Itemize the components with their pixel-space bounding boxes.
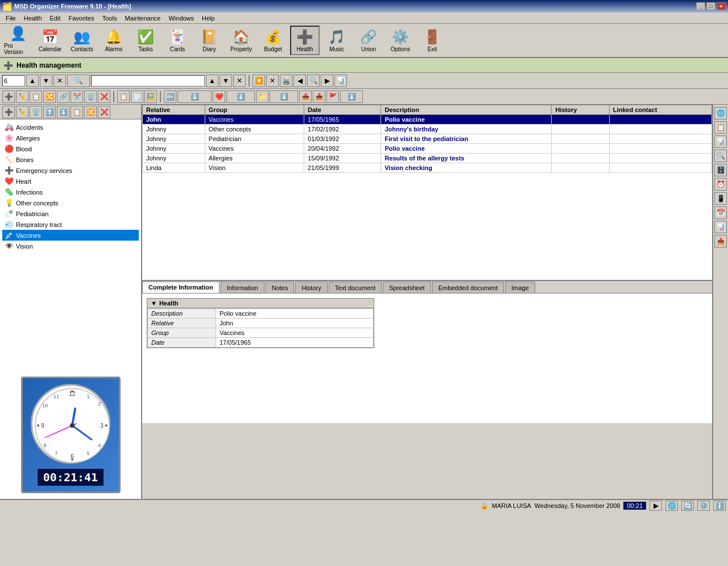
nav-find-btn[interactable]: 🔍	[307, 75, 320, 87]
search-clear-btn[interactable]: ✕	[233, 75, 246, 87]
toolbar-calendar[interactable]: 📅 Calendar	[35, 26, 65, 55]
menu-health[interactable]: Health	[20, 14, 46, 23]
toolbar-proversion[interactable]: 👤 Pro Version	[3, 26, 33, 55]
status-internet-btn[interactable]: 🌐	[665, 501, 678, 511]
sidebar-down-btn[interactable]: ⬇️	[57, 106, 69, 118]
filter-btn[interactable]: 🔽	[253, 75, 265, 87]
tab-notes[interactable]: Notes	[266, 282, 295, 293]
rt-btn-10[interactable]: 📤	[714, 235, 727, 247]
unlink-btn[interactable]: ✂️	[71, 90, 83, 103]
tree-item-emergency[interactable]: ➕ Emergency services	[2, 165, 139, 176]
close-button[interactable]: ×	[717, 2, 726, 10]
table-row[interactable]: Johnny Vaccines 20/04/1992 Polio vaccine	[143, 144, 712, 154]
toolbar-cards[interactable]: 🃏 Cards	[163, 26, 192, 55]
search-down-btn[interactable]: ▼	[220, 75, 232, 87]
record-search-btn[interactable]: 🔍	[67, 75, 90, 87]
rt-btn-6[interactable]: ⏰	[714, 178, 727, 191]
tab-complete-info[interactable]: Complete Information	[142, 282, 220, 293]
link-btn[interactable]: 🔗	[57, 90, 69, 103]
tab-image[interactable]: Image	[505, 282, 535, 293]
tree-item-vaccines[interactable]: 💉 Vaccines	[2, 230, 139, 241]
maximize-button[interactable]: □	[706, 2, 715, 10]
heart-combo-btn[interactable]: ⬇️	[226, 90, 255, 103]
record-clear-btn[interactable]: ✕	[53, 75, 66, 87]
toolbar-diary[interactable]: 📔 Diary	[195, 26, 224, 55]
sort-btn[interactable]: 🔤	[164, 90, 176, 103]
menu-tools[interactable]: Tools	[99, 14, 121, 23]
tab-text-document[interactable]: Text document	[329, 282, 382, 293]
edit-btn[interactable]: ✏️	[16, 90, 28, 103]
menu-file[interactable]: File	[2, 14, 19, 23]
view-list-btn[interactable]: 🗒️	[131, 90, 143, 103]
table-row[interactable]: Johnny Allergies 15/09/1992 Results of t…	[143, 154, 712, 163]
rt-btn-8[interactable]: 📅	[714, 206, 727, 219]
export-btn[interactable]: 📤	[299, 90, 312, 103]
flag-combo-btn[interactable]: ⬇️	[340, 90, 363, 103]
view-type-btn[interactable]: 📋	[117, 90, 130, 103]
rt-btn-5[interactable]: 🗄️	[714, 164, 727, 176]
rt-btn-4[interactable]: 🔍	[714, 150, 727, 162]
tab-spreadsheet[interactable]: Spreadsheet	[383, 282, 431, 293]
status-settings-btn[interactable]: ⚙️	[697, 501, 710, 511]
tab-history[interactable]: History	[295, 282, 327, 293]
menu-maintenance[interactable]: Maintenance	[121, 14, 164, 23]
toolbar-budget[interactable]: 💰 Budget	[258, 26, 288, 55]
sidebar-move-btn[interactable]: 🔀	[84, 106, 97, 118]
tree-item-infections[interactable]: 🦠 Infections	[2, 187, 139, 197]
toolbar-property[interactable]: 🏠 Property	[226, 26, 256, 55]
status-sync-btn[interactable]: 🔄	[681, 501, 694, 511]
toolbar-exit[interactable]: 🚪 Exit	[417, 26, 447, 55]
collapse-icon[interactable]: ▼	[151, 300, 157, 307]
sidebar-close-btn[interactable]: ❌	[98, 106, 110, 118]
record-up-btn[interactable]: ▲	[26, 75, 39, 87]
sidebar-add-btn[interactable]: ➕	[2, 106, 15, 118]
tree-item-vision[interactable]: 👁️ Vision	[2, 241, 139, 251]
table-row[interactable]: John Vaccines 17/05/1965 Polio vaccine	[143, 115, 712, 125]
tree-item-blood[interactable]: 🔴 Blood	[2, 143, 139, 154]
move-btn[interactable]: 🔀	[43, 90, 56, 103]
sidebar-copy-btn[interactable]: 📋	[71, 106, 83, 118]
sidebar-delete-btn[interactable]: 🗑️	[30, 106, 42, 118]
heart-btn[interactable]: ❤️	[213, 90, 225, 103]
delete-btn[interactable]: 🗑️	[84, 90, 97, 103]
print-btn[interactable]: 🖨️	[280, 75, 292, 87]
table-row[interactable]: Linda Vision 21/05/1999 Vision checking	[143, 163, 712, 173]
rt-btn-7[interactable]: 📱	[714, 192, 727, 205]
copy-btn[interactable]: 📋	[30, 90, 42, 103]
import-btn[interactable]: 📥	[313, 90, 325, 103]
status-media-btn[interactable]: ▶	[650, 501, 662, 511]
menu-edit[interactable]: Edit	[47, 14, 64, 23]
rt-btn-9[interactable]: 📊	[714, 221, 727, 233]
toolbar-union[interactable]: 🔗 Union	[354, 26, 383, 55]
search-up-btn[interactable]: ▲	[206, 75, 218, 87]
table-row[interactable]: Johnny Other concepts 17/02/1992 Johnny'…	[143, 125, 712, 134]
table-row[interactable]: Johnny Pediatrician 01/03/1992 First vis…	[143, 134, 712, 144]
toolbar-options[interactable]: ⚙️ Options	[386, 26, 415, 55]
add-btn[interactable]: ➕	[2, 90, 15, 103]
filter-clear-btn[interactable]: ✕	[266, 75, 279, 87]
sidebar-edit-btn[interactable]: ✏️	[16, 106, 28, 118]
sort-combo-btn[interactable]: ⬇️	[177, 90, 212, 103]
tab-embedded-doc[interactable]: Embedded document	[432, 282, 504, 293]
tree-item-respiratory[interactable]: 💨 Respiratory tract	[2, 219, 139, 230]
view-btn[interactable]: 📊	[334, 75, 347, 87]
menu-help[interactable]: Help	[198, 14, 218, 23]
toolbar-health[interactable]: ➕ Health	[290, 26, 320, 55]
cancel-btn[interactable]: ❌	[98, 90, 110, 103]
data-table-area[interactable]: Relative Group Date Description History …	[142, 105, 712, 281]
rt-btn-2[interactable]: 📋	[714, 121, 727, 134]
tree-item-bones[interactable]: 🦴 Bones	[2, 154, 139, 165]
nav-next-btn[interactable]: ▶	[321, 75, 333, 87]
toolbar-music[interactable]: 🎵 Music	[322, 26, 351, 55]
move2-combo-btn[interactable]: ⬇️	[270, 90, 298, 103]
view-detail-btn[interactable]: 🖼️	[144, 90, 157, 103]
rt-btn-1[interactable]: 🌐	[714, 107, 727, 119]
minimize-button[interactable]: _	[696, 2, 705, 10]
nav-prev-btn[interactable]: ◀	[293, 75, 306, 87]
move2-btn[interactable]: 📁	[256, 90, 268, 103]
record-down-btn[interactable]: ▼	[40, 75, 52, 87]
tree-item-pediatrician[interactable]: 🍼 Pediatrician	[2, 208, 139, 219]
menu-windows[interactable]: Windows	[165, 14, 197, 23]
tree-item-other[interactable]: 💡 Other concepts	[2, 197, 139, 208]
menu-favorites[interactable]: Favorites	[65, 14, 98, 23]
